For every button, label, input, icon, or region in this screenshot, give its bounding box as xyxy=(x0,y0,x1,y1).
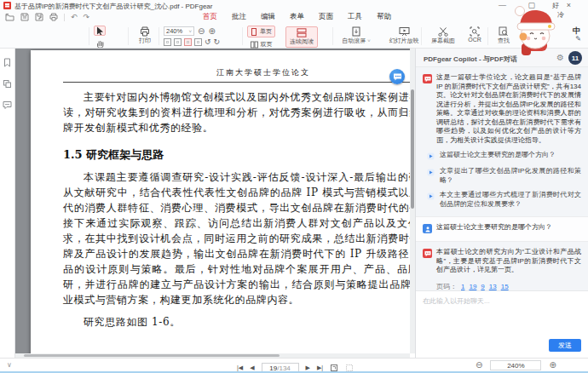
hand-tool-button[interactable] xyxy=(94,37,106,48)
single-page-button[interactable]: 单页 xyxy=(247,26,275,37)
chat-input-area: 发送 xyxy=(416,290,588,358)
scrollbar-thumb[interactable] xyxy=(24,354,280,357)
print-small-icon[interactable] xyxy=(49,13,58,21)
main-toolbar: 打印 240%˅ ⊖ ⊕ ↺ ↻ 单页 xyxy=(0,24,588,49)
bookmarks-panel-icon[interactable] xyxy=(3,55,12,71)
ime-pen-icon[interactable]: ✎ xyxy=(575,35,581,43)
assistant-avatar-icon xyxy=(423,249,432,258)
zoom-select[interactable]: 240%˅ xyxy=(164,26,194,36)
pdf-file-icon xyxy=(3,2,11,9)
prompt-arrow-icon xyxy=(426,168,435,177)
fit-page-button[interactable] xyxy=(174,38,182,46)
print-button[interactable]: 打印 xyxy=(133,26,157,45)
assistant-message: 本篇硕士论文的研究方向为“工业设计和产品战略”，主要是研究基于品牌IP的新消费时… xyxy=(416,242,588,275)
zoom-out-icon[interactable]: ⊖ xyxy=(198,27,205,36)
document-viewport[interactable]: 江南大学硕士学位论文 主要针对国内外博物馆文创模式以及国内外优秀文创品牌设计案例… xyxy=(15,49,415,358)
copilot-panel: PDFgear Copilot - 与PDF对话 ⚙ 11 这是一篇硕士学位论文… xyxy=(415,49,588,358)
save-icon[interactable] xyxy=(20,13,29,21)
actual-size-button[interactable] xyxy=(184,38,192,46)
copilot-floating-button[interactable] xyxy=(389,69,405,84)
suggested-question[interactable]: 文章提出了哪些文创品牌IP化发展的路径和策略？ xyxy=(416,161,588,185)
previous-page-button[interactable]: ◀ xyxy=(250,364,254,371)
zoom-level-value[interactable]: 240% xyxy=(490,360,541,370)
status-zoom-control: ⊖ 240% ⊕ xyxy=(476,360,556,370)
page-references: 页码： 1 19 9 13 15 xyxy=(416,275,588,291)
last-page-button[interactable]: ▶| xyxy=(317,364,323,371)
left-sidebar xyxy=(0,49,15,358)
ocr-icon xyxy=(470,26,480,37)
status-bar: ∨ |◀ ◀ 19/134 ▶ ▶| ⊖ 240% ⊕ xyxy=(0,358,588,371)
auto-scroll-button[interactable]: 自动滚屏 ˅ xyxy=(337,26,375,45)
prompt-arrow-icon xyxy=(426,192,435,201)
print-icon xyxy=(140,26,150,37)
fit-visible-button[interactable] xyxy=(194,38,202,46)
redo-icon[interactable]: ↷ xyxy=(84,13,90,21)
toolbar-divider xyxy=(64,14,65,21)
assistant-answer-text: 本篇硕士论文的研究方向为“工业设计和产品战略”，主要是研究基于品牌IP的新消费时… xyxy=(436,248,581,275)
scrollbar-thumb[interactable] xyxy=(411,89,414,209)
zoom-in-icon[interactable]: ⊕ xyxy=(208,27,215,36)
ocr-button[interactable]: OCR xyxy=(462,26,487,43)
auto-scroll-icon xyxy=(351,26,361,37)
collapse-toolbar-icon[interactable]: ∨ xyxy=(7,361,12,369)
slideshow-icon xyxy=(399,26,410,37)
assistant-summary-text: 这是一篇硕士学位论文，论文题目是“基于品牌 IP 的新消费时代下文创产品设计研究… xyxy=(436,73,581,145)
paragraph: 主要针对国内外博物馆文创模式以及国内外优秀文创品牌设计案例进行分析与解读，对研究… xyxy=(63,89,415,135)
user-question-text: 这篇硕士论文主要研究的是哪个方向？ xyxy=(436,223,552,233)
next-page-button[interactable]: ▶ xyxy=(306,364,310,371)
title-bar: 基于品牌IP的新消费时代下文创产品设计研究_沈心.pdf - PDFgear —… xyxy=(0,0,588,11)
notification-badge[interactable]: 11 xyxy=(568,51,582,65)
page-link[interactable]: 15 xyxy=(501,283,509,290)
continuous-view-icon xyxy=(296,28,308,37)
screenshot-button[interactable]: 屏幕截图 xyxy=(424,26,462,45)
user-message: 这篇硕士论文主要研究的是哪个方向？ xyxy=(416,216,588,242)
rotate-right-icon[interactable]: ↻ xyxy=(214,38,221,46)
continuous-view-button[interactable]: 连续阅读 xyxy=(283,26,320,48)
assistant-avatar-icon xyxy=(423,74,432,83)
fit-width-button[interactable] xyxy=(164,38,171,46)
comments-panel-icon[interactable] xyxy=(3,98,12,113)
page-link[interactable]: 19 xyxy=(469,283,476,290)
mascot-speech-text: 冷 xyxy=(557,10,564,20)
chat-input[interactable] xyxy=(416,291,588,336)
pages-label: 页码： xyxy=(436,282,457,291)
paragraph: 本课题主要遵循调查研究-设计实践-评估反馈-设计深入-最后输出的研究思路，从文献… xyxy=(63,169,415,307)
close-button[interactable]: × xyxy=(567,1,571,9)
prompt-arrow-icon xyxy=(426,152,435,161)
quick-access-toolbar: ↶ ↷ xyxy=(5,13,89,21)
rotate-left-icon[interactable]: ↺ xyxy=(205,38,211,46)
assistant-message: 这是一篇硕士学位论文，论文题目是“基于品牌 IP 的新消费时代下文创产品设计研究… xyxy=(416,67,588,145)
chat-bubble-icon xyxy=(393,72,402,82)
suggested-question[interactable]: 这篇硕士论文主要研究的是哪个方向？ xyxy=(416,145,588,161)
page-link[interactable]: 1 xyxy=(461,283,464,290)
zoom-in-icon[interactable]: ⊕ xyxy=(549,361,556,370)
open-file-icon[interactable] xyxy=(5,13,14,21)
pdfgear-window: 基于品牌IP的新消费时代下文创产品设计研究_沈心.pdf - PDFgear —… xyxy=(0,0,588,373)
suggested-question[interactable]: 本文主要通过哪些方式梳理了新消费时代对文创品牌的定位和发展要求？ xyxy=(416,185,588,209)
section-heading: 1.5 研究框架与思路 xyxy=(63,147,415,163)
save-as-icon[interactable] xyxy=(35,13,43,21)
user-avatar-icon xyxy=(423,224,432,233)
zoom-group: 240%˅ ⊖ ⊕ ↺ ↻ xyxy=(164,26,220,46)
chevron-down-icon: ˅ xyxy=(367,38,371,43)
first-page-button[interactable]: |◀ xyxy=(237,364,243,371)
zoom-out-icon[interactable]: ⊖ xyxy=(476,361,482,370)
thumbnails-panel-icon[interactable] xyxy=(3,77,12,92)
slideshow-button[interactable]: 幻灯片放映 xyxy=(385,26,423,45)
window-title: 基于品牌IP的新消费时代下文创产品设计研究_沈心.pdf - PDFgear xyxy=(14,2,212,11)
chat-history: 这是一篇硕士学位论文，论文题目是“基于品牌 IP 的新消费时代下文创产品设计研究… xyxy=(416,67,588,290)
undo-icon[interactable]: ↶ xyxy=(71,13,78,21)
page-link[interactable]: 13 xyxy=(489,283,497,290)
paragraph: 研究思路如图 1-6。 xyxy=(63,314,415,330)
copilot-title: PDFgear Copilot - 与PDF对话 xyxy=(424,55,517,64)
scissors-icon xyxy=(438,26,448,37)
page-running-header: 江南大学硕士学位论文 xyxy=(63,67,415,83)
select-tool-button[interactable] xyxy=(94,26,106,36)
send-button[interactable]: 发送 xyxy=(549,339,581,352)
pdf-page: 江南大学硕士学位论文 主要针对国内外博物馆文创模式以及国内外优秀文创品牌设计案例… xyxy=(31,50,415,358)
page-link[interactable]: 9 xyxy=(481,283,484,290)
mascot-speech-text: 好 xyxy=(552,1,559,10)
chevron-down-icon: ˅ xyxy=(188,29,192,34)
